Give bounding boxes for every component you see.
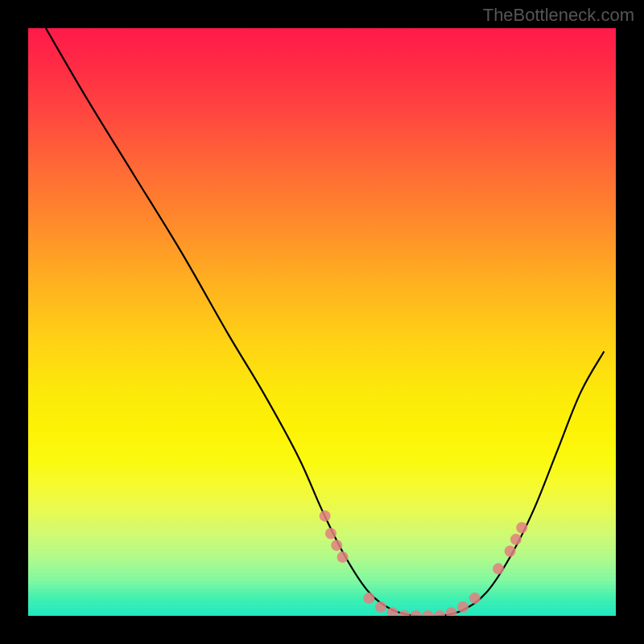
curve-markers [320, 510, 528, 616]
curve-marker [434, 610, 445, 616]
curve-marker [457, 601, 469, 613]
curve-marker [469, 592, 481, 604]
curve-marker [325, 528, 336, 539]
curve-marker [493, 564, 504, 575]
curve-marker [505, 546, 516, 557]
curve-marker [516, 522, 527, 534]
curve-marker [422, 610, 433, 616]
curve-marker [331, 539, 342, 551]
curve-marker [446, 607, 457, 616]
curve-marker [320, 510, 331, 522]
curve-marker [337, 551, 349, 563]
curve-marker [510, 534, 522, 545]
curve-marker [375, 601, 386, 613]
curve-marker [398, 610, 410, 616]
watermark: TheBottleneck.com [483, 5, 634, 26]
curve-marker [363, 592, 374, 604]
curve-marker [411, 610, 422, 616]
plot-area [28, 28, 616, 616]
chart-svg [28, 28, 616, 616]
